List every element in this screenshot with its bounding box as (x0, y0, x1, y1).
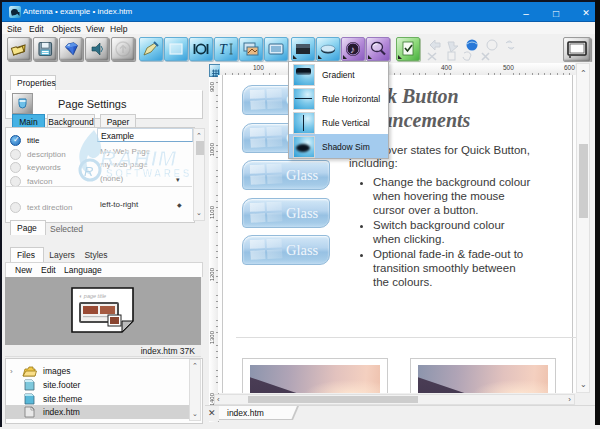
svg-text:◐ page title: ◐ page title (79, 293, 106, 299)
svg-text:♪: ♪ (350, 44, 355, 55)
svg-text:T: T (219, 42, 228, 57)
